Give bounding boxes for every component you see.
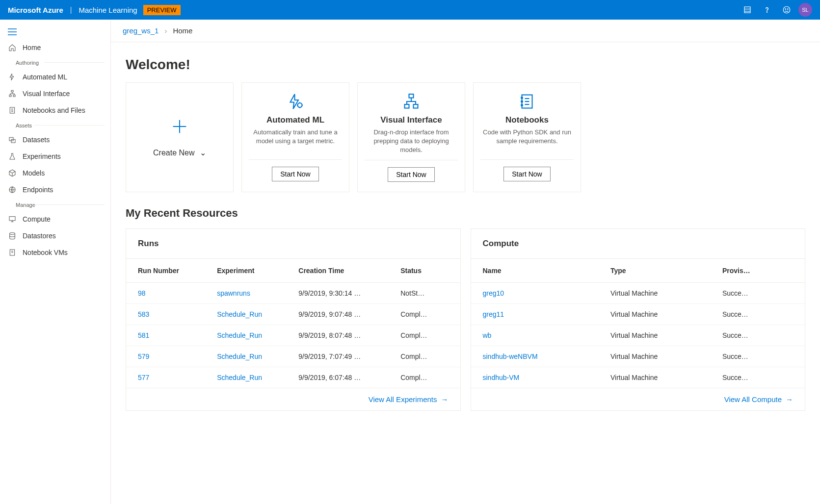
compute-col-type[interactable]: Type: [606, 259, 717, 283]
sidebar-item-models[interactable]: Models: [0, 165, 110, 181]
compute-name-link[interactable]: sindhub-VM: [471, 367, 606, 388]
svg-point-23: [10, 232, 15, 234]
svg-rect-31: [405, 104, 409, 108]
sidebar-item-datastores[interactable]: Datastores: [0, 227, 110, 244]
breadcrumb-workspace[interactable]: greg_ws_1: [123, 26, 159, 35]
flow-icon: [8, 90, 17, 98]
run-number-link[interactable]: 581: [126, 325, 212, 346]
experiment-link[interactable]: spawnruns: [212, 282, 293, 303]
svg-rect-12: [13, 95, 15, 97]
view-all-experiments[interactable]: View All Experiments →: [126, 388, 460, 410]
experiment-link[interactable]: Schedule_Run: [212, 303, 293, 325]
run-number-link[interactable]: 579: [126, 346, 212, 367]
sidebar-item-endpoints[interactable]: Endpoints: [0, 181, 110, 198]
experiment-link[interactable]: Schedule_Run: [212, 325, 293, 346]
run-time: 9/9/2019, 8:07:48 …: [293, 325, 396, 346]
table-row: greg10Virtual MachineSucce…: [471, 282, 805, 303]
svg-rect-20: [9, 217, 15, 221]
sidebar-item-datasets[interactable]: Datasets: [0, 131, 110, 148]
start-now-button[interactable]: Start Now: [503, 167, 550, 181]
run-status: Compl…: [396, 346, 460, 367]
compute-col-status[interactable]: Provis…: [717, 259, 805, 283]
table-row: 579Schedule_Run9/9/2019, 7:07:49 …Compl…: [126, 346, 460, 367]
help-icon[interactable]: [757, 0, 777, 20]
feedback-icon[interactable]: [777, 0, 796, 20]
compute-type: Virtual Machine: [606, 346, 717, 367]
create-new-card[interactable]: Create New ⌄: [126, 82, 234, 192]
sidebar: Home Authoring Automated ML Visual Inter…: [0, 20, 111, 504]
start-now-button[interactable]: Start Now: [388, 167, 434, 182]
run-number-link[interactable]: 583: [126, 303, 212, 325]
breadcrumb-page: Home: [173, 26, 192, 35]
run-status: Compl…: [396, 303, 460, 325]
runs-col-number[interactable]: Run Number: [126, 259, 212, 283]
card-desc: Automatically train and tune a model usi…: [249, 128, 342, 154]
runs-col-status[interactable]: Status: [396, 259, 460, 283]
view-all-compute[interactable]: View All Compute →: [471, 388, 805, 410]
svg-point-4: [783, 6, 790, 13]
table-row: sindhub-VMVirtual MachineSucce…: [471, 367, 805, 388]
chevron-right-icon: ›: [164, 26, 167, 35]
run-status: Compl…: [396, 325, 460, 346]
sidebar-item-label: Visual Interface: [23, 90, 70, 98]
product-name[interactable]: Machine Learning: [79, 6, 137, 14]
experiment-link[interactable]: Schedule_Run: [212, 367, 293, 388]
sidebar-item-label: Experiments: [23, 152, 61, 160]
compute-panel: Compute Name Type Provis… greg10Virtual …: [471, 228, 806, 411]
card-desc: Code with Python SDK and run sample requ…: [480, 128, 574, 154]
hamburger-icon[interactable]: [0, 25, 110, 39]
compute-name-link[interactable]: wb: [471, 325, 606, 346]
avatar[interactable]: SL: [798, 3, 812, 17]
run-time: 9/9/2019, 9:07:48 …: [293, 303, 396, 325]
compute-name-link[interactable]: greg11: [471, 303, 606, 325]
runs-title: Runs: [126, 229, 460, 259]
compute-table: Name Type Provis… greg10Virtual MachineS…: [471, 259, 805, 388]
chevron-down-icon: ⌄: [200, 149, 206, 157]
sidebar-item-label: Notebooks and Files: [23, 106, 85, 114]
welcome-cards: Create New ⌄ Automated ML Automatically …: [126, 82, 805, 192]
recent-tables: Runs Run Number Experiment Creation Time…: [126, 228, 805, 411]
arrow-right-icon: →: [786, 395, 793, 403]
experiment-link[interactable]: Schedule_Run: [212, 346, 293, 367]
start-now-button[interactable]: Start Now: [272, 167, 318, 181]
directory-icon[interactable]: [738, 0, 757, 20]
page-title: Welcome!: [126, 57, 805, 73]
main: greg_ws_1 › Home Welcome! Create New ⌄: [111, 20, 820, 504]
sidebar-item-nbvms[interactable]: Notebook VMs: [0, 244, 110, 261]
run-time: 9/9/2019, 7:07:49 …: [293, 346, 396, 367]
sidebar-item-experiments[interactable]: Experiments: [0, 148, 110, 165]
svg-point-29: [298, 103, 302, 107]
sidebar-item-label: Datasets: [23, 136, 50, 144]
compute-col-name[interactable]: Name: [471, 259, 606, 283]
svg-rect-30: [409, 94, 414, 98]
bolt-gear-icon: [8, 73, 17, 81]
sidebar-item-notebooks[interactable]: Notebooks and Files: [0, 102, 110, 119]
card-notebooks: Notebooks Code with Python SDK and run s…: [473, 82, 581, 192]
arrow-right-icon: →: [441, 395, 449, 403]
sidebar-item-compute[interactable]: Compute: [0, 211, 110, 227]
sidebar-item-label: Datastores: [23, 232, 56, 240]
table-row: greg11Virtual MachineSucce…: [471, 303, 805, 325]
svg-rect-32: [414, 104, 418, 108]
sidebar-item-automl[interactable]: Automated ML: [0, 69, 110, 85]
sidebar-item-home[interactable]: Home: [0, 39, 110, 56]
automl-icon: [287, 93, 304, 110]
compute-name-link[interactable]: sindhub-weNBVM: [471, 346, 606, 367]
card-automl: Automated ML Automatically train and tun…: [241, 82, 349, 192]
run-status: Compl…: [396, 367, 460, 388]
brand[interactable]: Microsoft Azure: [8, 6, 63, 14]
run-number-link[interactable]: 98: [126, 282, 212, 303]
compute-type: Virtual Machine: [606, 325, 717, 346]
compute-name-link[interactable]: greg10: [471, 282, 606, 303]
cube-icon: [8, 169, 17, 177]
runs-col-time[interactable]: Creation Time: [293, 259, 396, 283]
run-number-link[interactable]: 577: [126, 367, 212, 388]
notebook-icon: [8, 106, 17, 114]
sidebar-item-label: Automated ML: [23, 73, 67, 81]
runs-col-experiment[interactable]: Experiment: [212, 259, 293, 283]
card-title: Visual Interface: [380, 115, 442, 125]
sidebar-item-visual[interactable]: Visual Interface: [0, 85, 110, 102]
table-row: 577Schedule_Run9/9/2019, 6:07:48 …Compl…: [126, 367, 460, 388]
flask-icon: [8, 152, 17, 160]
run-status: NotSt…: [396, 282, 460, 303]
